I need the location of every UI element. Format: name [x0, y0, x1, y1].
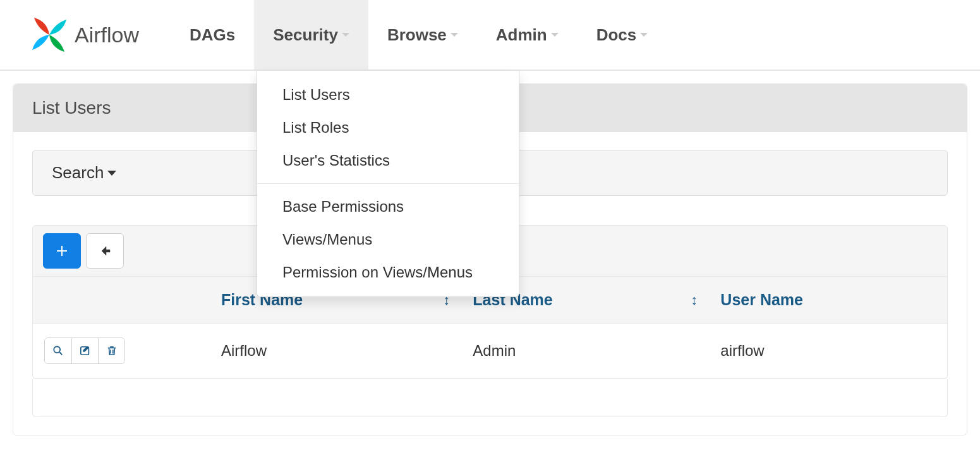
actions-header: [33, 277, 210, 324]
panel-footer-space: [32, 379, 948, 417]
back-button[interactable]: [86, 233, 124, 269]
col-user-name[interactable]: User Name: [709, 277, 947, 324]
view-button[interactable]: [45, 338, 71, 363]
nav-security[interactable]: Security: [254, 0, 368, 70]
cell-first-name: Airflow: [210, 324, 461, 379]
dropdown-divider: [257, 183, 519, 184]
table-row: Airflow Admin airflow: [33, 324, 947, 379]
brand[interactable]: Airflow: [30, 16, 139, 54]
dropdown-base-permissions[interactable]: Base Permissions: [257, 190, 519, 223]
row-actions-cell: [33, 324, 210, 379]
dropdown-permission-views-menus[interactable]: Permission on Views/Menus: [257, 256, 519, 289]
dropdown-user-statistics[interactable]: User's Statistics: [257, 144, 519, 177]
nav-dags[interactable]: DAGs: [171, 0, 254, 70]
nav-label: Browse: [387, 25, 447, 45]
nav-items: DAGs Security Browse Admin Docs: [171, 0, 667, 70]
nav-label: DAGs: [190, 25, 235, 45]
airflow-logo-icon: [30, 16, 68, 54]
nav-browse[interactable]: Browse: [368, 0, 477, 70]
chevron-down-icon: [451, 33, 458, 37]
edit-button[interactable]: [71, 338, 98, 363]
nav-admin[interactable]: Admin: [477, 0, 578, 70]
nav-label: Security: [273, 25, 338, 45]
dropdown-views-menus[interactable]: Views/Menus: [257, 223, 519, 256]
cell-user-name: airflow: [709, 324, 947, 379]
trash-icon: [106, 345, 118, 356]
sort-icon: ↕: [691, 292, 698, 308]
search-icon: [52, 345, 64, 356]
dropdown-list-users[interactable]: List Users: [257, 78, 519, 111]
nav-docs[interactable]: Docs: [578, 0, 667, 70]
row-actions: [44, 338, 125, 364]
brand-name: Airflow: [75, 23, 139, 47]
edit-icon: [80, 345, 91, 356]
delete-button[interactable]: [98, 338, 124, 363]
nav-label: Admin: [496, 25, 547, 45]
chevron-down-icon: [342, 33, 349, 37]
security-dropdown: List Users List Roles User's Statistics …: [257, 71, 519, 297]
chevron-down-icon: [640, 33, 648, 37]
chevron-down-icon: [107, 171, 116, 176]
chevron-down-icon: [551, 33, 559, 37]
cell-last-name: Admin: [461, 324, 709, 379]
svg-point-0: [54, 346, 60, 353]
arrow-left-icon: [99, 245, 111, 257]
dropdown-list-roles[interactable]: List Roles: [257, 111, 519, 144]
plus-icon: [56, 245, 68, 257]
svg-line-1: [59, 352, 62, 355]
col-label: User Name: [720, 291, 803, 309]
nav-label: Docs: [596, 25, 637, 45]
add-button[interactable]: [43, 233, 81, 269]
search-label: Search: [52, 163, 104, 183]
navbar: Airflow DAGs Security Browse Admin Docs: [0, 0, 980, 71]
